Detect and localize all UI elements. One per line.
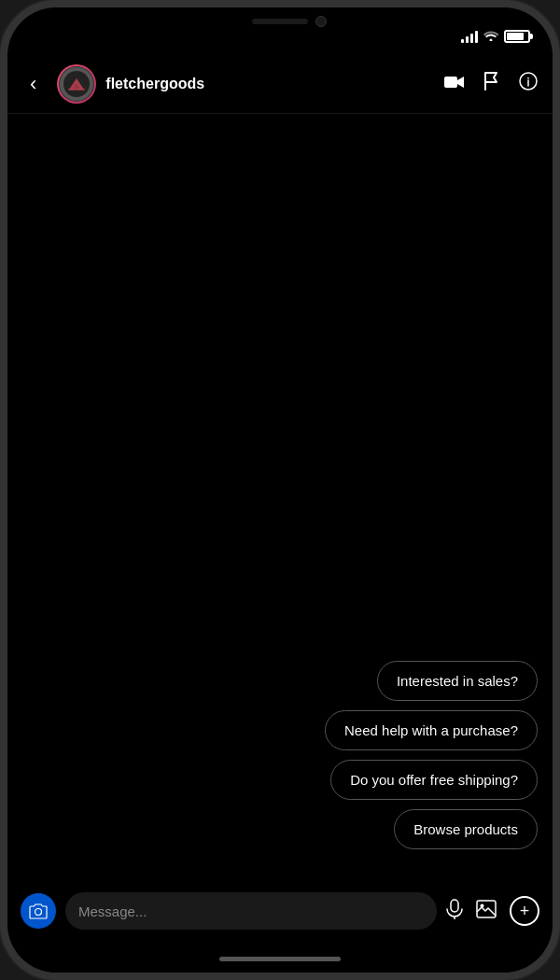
phone-screen: ‹ fletchergoods bbox=[7, 7, 553, 973]
back-button[interactable]: ‹ bbox=[22, 68, 44, 100]
video-call-icon[interactable] bbox=[444, 73, 465, 94]
gallery-icon[interactable] bbox=[476, 900, 497, 923]
home-bar bbox=[219, 957, 341, 961]
message-input-wrapper[interactable]: Message... bbox=[65, 892, 437, 930]
status-icons bbox=[461, 30, 530, 44]
battery-icon bbox=[504, 30, 530, 43]
chat-header: ‹ fletchergoods bbox=[7, 54, 553, 114]
add-button[interactable]: + bbox=[510, 896, 539, 926]
home-indicator bbox=[7, 945, 553, 973]
avatar bbox=[57, 64, 96, 104]
quick-reply-btn-2[interactable]: Need help with a purchase? bbox=[325, 710, 538, 750]
quick-reply-btn-1[interactable]: Interested in sales? bbox=[377, 661, 538, 701]
header-actions bbox=[444, 72, 538, 95]
svg-point-4 bbox=[35, 909, 42, 916]
notch-camera bbox=[315, 16, 327, 27]
wifi-icon bbox=[483, 30, 498, 44]
message-input-bar: Message... + bbox=[7, 877, 553, 945]
message-placeholder: Message... bbox=[78, 903, 147, 919]
signal-bars-icon bbox=[461, 30, 478, 43]
notch-speaker bbox=[252, 19, 308, 24]
microphone-icon[interactable] bbox=[446, 899, 463, 924]
quick-reply-btn-4[interactable]: Browse products bbox=[394, 809, 538, 849]
info-icon[interactable] bbox=[519, 72, 538, 95]
phone-frame: ‹ fletchergoods bbox=[0, 0, 560, 980]
svg-rect-1 bbox=[68, 89, 85, 91]
avatar-inner bbox=[60, 67, 93, 101]
brand-logo bbox=[63, 71, 90, 97]
svg-rect-2 bbox=[444, 77, 457, 88]
avatar-container[interactable] bbox=[57, 64, 96, 104]
quick-replies: Interested in sales? Need help with a pu… bbox=[22, 661, 538, 859]
notch bbox=[215, 7, 345, 35]
camera-button[interactable] bbox=[21, 893, 56, 929]
quick-reply-btn-3[interactable]: Do you offer free shipping? bbox=[330, 760, 538, 800]
chat-area: Interested in sales? Need help with a pu… bbox=[7, 114, 553, 877]
input-actions: + bbox=[446, 896, 539, 926]
svg-rect-5 bbox=[451, 900, 458, 912]
username-label: fletchergoods bbox=[105, 76, 435, 92]
flag-icon[interactable] bbox=[483, 72, 500, 95]
status-bar bbox=[7, 7, 553, 54]
